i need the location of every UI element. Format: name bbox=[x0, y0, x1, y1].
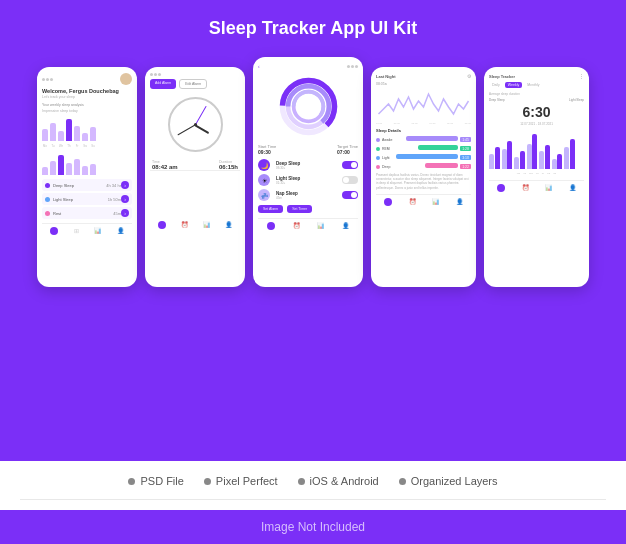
add-alarm-btn[interactable]: Add Alarm bbox=[150, 79, 176, 89]
day-tue: Tu bbox=[50, 144, 56, 148]
ph1-greeting: Welcome, Fergus Douchebag bbox=[42, 88, 132, 94]
ph3-nav-profile[interactable]: 👤 bbox=[342, 222, 349, 230]
ph5-day-su: Su bbox=[553, 172, 556, 175]
ph3-nav-home[interactable] bbox=[267, 222, 275, 230]
feature-pixel-bullet bbox=[204, 478, 211, 485]
phone-5: Sleep Tracker ⋮ Daily Weekly Monthly Ave… bbox=[484, 67, 589, 287]
ph2-nav-home[interactable] bbox=[158, 221, 166, 229]
features-row: PSD File Pixel Perfect iOS & Android Org… bbox=[20, 475, 606, 487]
ph4-details-title: Sleep Details bbox=[376, 128, 471, 133]
ph3-nav-alarm[interactable]: ⏰ bbox=[293, 222, 300, 230]
ph3-back[interactable]: ‹ bbox=[258, 63, 260, 69]
ph3-nav-chart[interactable]: 📊 bbox=[317, 222, 324, 230]
page-title: Sleep Tracker App UI Kit bbox=[20, 18, 606, 39]
feature-ios: iOS & Android bbox=[298, 475, 379, 487]
edit-alarm-btn[interactable]: Edit Alarm bbox=[179, 79, 207, 89]
day-sun: Su bbox=[90, 144, 96, 148]
feature-pixel: Pixel Perfect bbox=[204, 475, 278, 487]
ph2-dur-val: 06:15h bbox=[219, 164, 238, 170]
phone-3: ‹ bbox=[253, 57, 363, 287]
ph4-rem-row: REM 1:28 bbox=[376, 145, 471, 152]
ph2-nav-profile[interactable]: 👤 bbox=[225, 221, 232, 229]
ph5-nav-home[interactable] bbox=[497, 184, 505, 192]
ph5-nav-chart[interactable]: 📊 bbox=[545, 184, 552, 192]
ph5-tab-daily[interactable]: Daily bbox=[489, 82, 503, 88]
day-fri: Fr bbox=[74, 144, 80, 148]
feature-psd-bullet bbox=[128, 478, 135, 485]
ph4-nav-alarm[interactable]: ⏰ bbox=[409, 198, 416, 206]
day-sat: Sa bbox=[82, 144, 88, 148]
ph5-subtitle: Average sleep duration bbox=[489, 92, 584, 96]
day-wed: We bbox=[58, 144, 64, 148]
ph5-day-we: We bbox=[529, 172, 533, 175]
ph2-nav-chart[interactable]: 📊 bbox=[203, 221, 210, 229]
feature-layers-bullet bbox=[399, 478, 406, 485]
light-sleep-toggle-btn[interactable] bbox=[342, 176, 358, 184]
ph1-week: Your weekly sleep analysis bbox=[42, 103, 132, 107]
nav-home[interactable] bbox=[50, 227, 58, 235]
ph5-tab-monthly[interactable]: Monthly bbox=[524, 82, 542, 88]
ph2-time-val: 08:42 am bbox=[152, 164, 178, 170]
ph4-settings[interactable]: ⚙ bbox=[467, 73, 471, 79]
ph5-day-th: Th bbox=[536, 172, 539, 175]
feature-ios-bullet bbox=[298, 478, 305, 485]
day-mon: Mo bbox=[42, 144, 48, 148]
deep-sleep-row: Deep Sleep 4h 34 hr › bbox=[42, 179, 132, 191]
ph5-nav-profile[interactable]: 👤 bbox=[569, 184, 576, 192]
feature-pixel-text: Pixel Perfect bbox=[216, 475, 278, 487]
ph5-menu[interactable]: ⋮ bbox=[579, 73, 584, 79]
bottom-section: PSD File Pixel Perfect iOS & Android Org… bbox=[0, 461, 626, 510]
light-sleep-toggle: ☀ Light Sleep 01:30+ bbox=[258, 174, 358, 186]
nap-sleep-toggle: 💤 Nap Sleep 45m bbox=[258, 189, 358, 201]
nav-chart[interactable]: 📊 bbox=[94, 227, 101, 235]
ph4-lorem: Praesent dapibus facilisis varius. Donec… bbox=[376, 173, 471, 190]
ph5-date-range: 12.07.2021 - 18.07.2021 bbox=[489, 122, 584, 126]
phone-1: Welcome, Fergus Douchebag Let's track yo… bbox=[37, 67, 137, 287]
clock-face-container bbox=[150, 97, 240, 152]
feature-layers-text: Organized Layers bbox=[411, 475, 498, 487]
feature-psd: PSD File bbox=[128, 475, 183, 487]
set-timer-btn[interactable]: Set Timer bbox=[287, 205, 312, 213]
nap-toggle-btn[interactable] bbox=[342, 191, 358, 199]
deep-sleep-toggle-btn[interactable] bbox=[342, 161, 358, 169]
nav-profile[interactable]: 👤 bbox=[117, 227, 124, 235]
ph4-nav-home[interactable] bbox=[384, 198, 392, 206]
nav-stats[interactable]: ⊞ bbox=[74, 227, 79, 235]
sleep-wave-chart bbox=[376, 89, 471, 119]
ph4-awake-row: Awake 1:45 bbox=[376, 136, 471, 143]
circular-chart bbox=[258, 74, 358, 139]
start-time-val: 09:30 bbox=[258, 149, 276, 155]
ph5-day-sa: Sa bbox=[547, 172, 550, 175]
ph5-day-tu: Tu bbox=[523, 172, 526, 175]
phones-container: Welcome, Fergus Douchebag Let's track yo… bbox=[20, 57, 606, 287]
phone-4: Last Night ⚙ 08:05a 01:0002:0003:0004:00… bbox=[371, 67, 476, 287]
ph5-right-label: Light Sleep bbox=[569, 98, 584, 102]
light-sleep-row: Light Sleep 1h 50m › bbox=[42, 193, 132, 205]
divider bbox=[20, 499, 606, 500]
feature-ios-text: iOS & Android bbox=[310, 475, 379, 487]
avatar bbox=[120, 73, 132, 85]
ph4-light-row: Light 3:10 bbox=[376, 154, 471, 161]
deep-sleep-toggle: 🌙 Deep Sleep 06:30+ bbox=[258, 159, 358, 171]
ph5-nav-alarm[interactable]: ⏰ bbox=[522, 184, 529, 192]
ph1-desc: Let's track your sleep bbox=[42, 95, 132, 99]
ph5-left-label: Deep Sleep bbox=[489, 98, 505, 102]
footer-bar: Image Not Included bbox=[0, 510, 626, 544]
feature-layers: Organized Layers bbox=[399, 475, 498, 487]
footer-text: Image Not Included bbox=[10, 520, 616, 534]
day-thu: Th bbox=[66, 144, 72, 148]
ph1-sub: Impressive sleep today bbox=[42, 109, 132, 113]
phone-2: Add Alarm Edit Alarm bbox=[145, 67, 245, 287]
ph5-tab-weekly[interactable]: Weekly bbox=[505, 82, 522, 88]
ph5-day-fr: Fr bbox=[542, 172, 544, 175]
feature-psd-text: PSD File bbox=[140, 475, 183, 487]
ph5-day-mo: Mo bbox=[517, 172, 520, 175]
ph4-deep-row: Deep 1:22 bbox=[376, 163, 471, 170]
set-alarm-btn[interactable]: Set Alarm bbox=[258, 205, 283, 213]
ph2-nav-alarm[interactable]: ⏰ bbox=[181, 221, 188, 229]
ph4-nav-chart[interactable]: 📊 bbox=[432, 198, 439, 206]
weekly-bars bbox=[42, 116, 132, 141]
ph5-weekly-bars bbox=[489, 129, 584, 169]
weekly-bars2 bbox=[42, 150, 132, 175]
ph4-nav-profile[interactable]: 👤 bbox=[456, 198, 463, 206]
